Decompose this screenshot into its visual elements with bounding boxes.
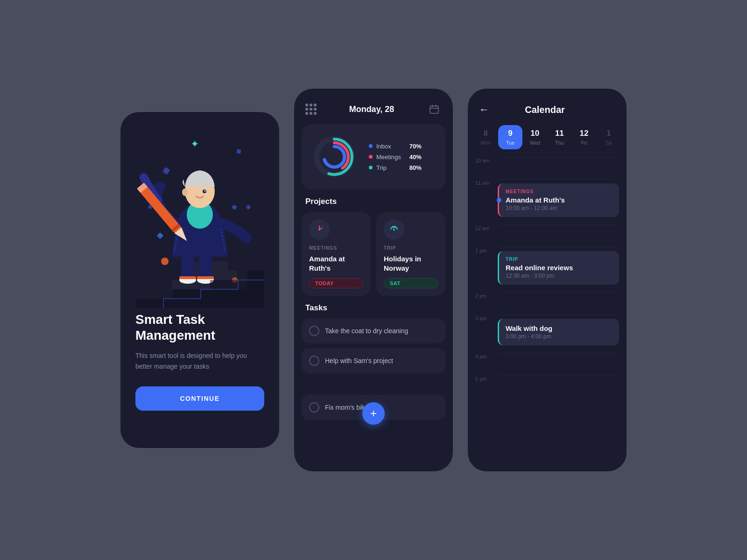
meetings-dot xyxy=(369,155,373,159)
stairs-decoration xyxy=(135,271,264,308)
time-slot-2pm: 2 pm xyxy=(475,292,619,315)
svg-rect-18 xyxy=(157,232,163,239)
projects-section-title: Projects xyxy=(294,197,453,212)
meetings-label: Meetings xyxy=(376,154,401,161)
calendar-screen: ← Calendar 8 Mon 9 Tue 10 Wed 11 Thu xyxy=(468,89,627,471)
meetings-project-category: MEETINGS xyxy=(309,245,363,251)
projects-row: MEETINGS Amanda at Ruth's TODAY TRIP Hol… xyxy=(294,212,453,303)
calendar-icon[interactable] xyxy=(427,102,442,117)
time-slot-3pm: 3 pm Walk with dog 3:00 pm - 4:00 pm xyxy=(475,315,619,353)
day-num-8: 8 xyxy=(484,129,488,138)
day-label-1: Sa xyxy=(606,140,612,146)
time-slot-1pm: 1 pm TRIP Read online reviews 12:30 am -… xyxy=(475,247,619,292)
meetings-project-tag: TODAY xyxy=(309,278,363,288)
svg-point-31 xyxy=(393,229,395,231)
onboarding-content: Smart Task Management This smart tool is… xyxy=(135,312,264,411)
inbox-pct: 70% xyxy=(405,143,422,150)
time-1pm: 1 pm xyxy=(475,247,492,292)
time-slot-10am: 10 am xyxy=(475,157,619,179)
day-item-1[interactable]: 1 Sa xyxy=(596,125,621,149)
trip-dot xyxy=(369,166,373,169)
grid-menu-icon[interactable] xyxy=(305,104,317,115)
donut-chart xyxy=(311,133,358,180)
day-label-12: Fri xyxy=(581,140,587,146)
task-checkbox-2[interactable] xyxy=(309,402,319,413)
time-2pm: 2 pm xyxy=(475,292,492,315)
time-4pm: 4 pm xyxy=(475,353,492,375)
event-amanda[interactable]: MEETINGS Amanda at Ruth's 10:00 am - 12:… xyxy=(498,183,619,217)
tasks-list: Take the coat to dry cleaning Help with … xyxy=(294,318,453,420)
task-item-0[interactable]: Take the coat to dry cleaning xyxy=(302,318,445,343)
event-time-walk: 3:00 pm - 4:00 pm xyxy=(506,333,613,340)
svg-point-29 xyxy=(318,229,320,231)
trip-label: Trip xyxy=(376,164,387,171)
day-label-9: Tue xyxy=(506,140,515,146)
svg-rect-19 xyxy=(232,205,237,210)
event-walk-dog[interactable]: Walk with dog 3:00 pm - 4:00 pm xyxy=(498,319,619,345)
sparkle-icon: ✦ xyxy=(190,138,199,150)
task-text-0: Take the coat to dry cleaning xyxy=(325,327,408,335)
chart-legend: Inbox 70% Meetings 40% Trip 80% xyxy=(369,143,422,171)
svg-point-16 xyxy=(204,190,206,192)
project-card-trip[interactable]: TRIP Holidays in Norway SAT xyxy=(376,212,445,296)
legend-trip: Trip 80% xyxy=(369,164,422,171)
day-item-9[interactable]: 9 Tue xyxy=(498,125,523,149)
day-label-8: Mon xyxy=(481,140,491,146)
calendar-header: ← Calendar xyxy=(468,89,627,125)
day-num-9: 9 xyxy=(508,129,512,138)
dashboard-screen: Monday, 28 xyxy=(294,89,453,471)
trip-project-category: TRIP xyxy=(384,245,438,251)
event-timeline-dot xyxy=(497,198,501,203)
dashboard-header: Monday, 28 xyxy=(294,89,453,124)
time-5pm: 5 pm xyxy=(475,375,492,398)
task-checkbox-0[interactable] xyxy=(309,326,319,336)
svg-rect-23 xyxy=(430,106,438,113)
event-category-trip: TRIP xyxy=(506,257,613,262)
timeline[interactable]: 10 am 11 am MEETINGS Amanda at Ruth's 10… xyxy=(468,157,627,471)
event-time-amanda: 10:00 am - 12:00 am xyxy=(506,205,613,211)
time-slot-4pm: 4 pm xyxy=(475,353,619,375)
day-item-12[interactable]: 12 Fri xyxy=(572,125,597,149)
day-item-8[interactable]: 8 Mon xyxy=(473,125,498,149)
day-label-10: Wed xyxy=(529,140,540,146)
day-num-1: 1 xyxy=(606,129,611,138)
project-card-meetings[interactable]: MEETINGS Amanda at Ruth's TODAY xyxy=(302,212,371,296)
svg-point-17 xyxy=(182,189,188,196)
meetings-pct: 40% xyxy=(405,154,422,161)
time-3pm: 3 pm xyxy=(475,315,492,353)
day-selector: 8 Mon 9 Tue 10 Wed 11 Thu 12 Fri 1 Sa xyxy=(468,125,627,157)
event-title-walk: Walk with dog xyxy=(506,324,613,332)
add-task-fab[interactable]: + xyxy=(362,402,385,425)
day-item-11[interactable]: 11 Thu xyxy=(547,125,572,149)
tasks-section-title: Tasks xyxy=(294,303,453,318)
trip-project-icon xyxy=(384,219,404,240)
chart-card: Inbox 70% Meetings 40% Trip 80% xyxy=(302,124,445,189)
day-num-10: 10 xyxy=(530,129,539,138)
day-item-10[interactable]: 10 Wed xyxy=(522,125,547,149)
svg-point-21 xyxy=(161,258,169,265)
inbox-dot xyxy=(369,144,373,148)
calendar-title: Calendar xyxy=(499,105,591,115)
task-checkbox-1[interactable] xyxy=(309,356,319,366)
event-title-amanda: Amanda at Ruth's xyxy=(506,196,613,204)
legend-meetings: Meetings 40% xyxy=(369,154,422,161)
time-slot-11am: 11 am MEETINGS Amanda at Ruth's 10:00 am… xyxy=(475,179,619,224)
time-slot-12am: 12 am xyxy=(475,224,619,247)
task-text-2: Fix mom's bike xyxy=(325,404,368,411)
task-item-1[interactable]: Help with Sam's project xyxy=(302,348,445,373)
time-11am: 11 am xyxy=(475,179,492,224)
event-time-reviews: 12:30 am - 3:00 pm xyxy=(506,273,613,279)
event-read-reviews[interactable]: TRIP Read online reviews 12:30 am - 3:00… xyxy=(498,251,619,285)
continue-button[interactable]: CONTINUE xyxy=(135,386,264,411)
time-10am: 10 am xyxy=(475,157,492,179)
event-category-meetings: MEETINGS xyxy=(506,189,613,194)
inbox-label: Inbox xyxy=(376,143,391,150)
dashboard-date: Monday, 28 xyxy=(349,105,395,114)
back-button[interactable]: ← xyxy=(477,102,491,118)
illustration-area: ✦ xyxy=(135,112,264,308)
task-text-1: Help with Sam's project xyxy=(325,357,393,364)
onboarding-title: Smart Task Management xyxy=(135,312,264,343)
day-num-12: 12 xyxy=(580,129,589,138)
meetings-project-name: Amanda at Ruth's xyxy=(309,254,363,273)
trip-pct: 80% xyxy=(405,164,422,171)
